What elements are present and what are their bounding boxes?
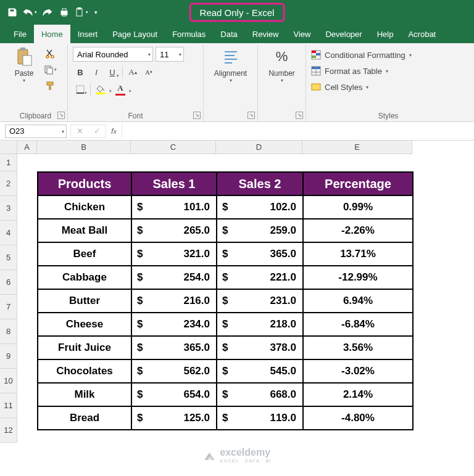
font-color-button[interactable]: A ▾ [113, 83, 128, 96]
row-header-3[interactable]: 3 [0, 196, 17, 221]
cell-product[interactable]: Chicken [38, 195, 131, 219]
font-name-combo[interactable]: Arial Rounded ▾ [73, 47, 153, 62]
increase-font-icon[interactable]: A▴ [125, 65, 140, 79]
row-header-8[interactable]: 8 [0, 319, 17, 344]
italic-button[interactable]: I [89, 65, 104, 79]
cell-product[interactable]: Beef [38, 242, 131, 266]
cell-sales2[interactable]: $231.0 [217, 289, 303, 313]
row-header-10[interactable]: 10 [0, 369, 17, 393]
enter-formula-icon[interactable]: ✓ [88, 125, 106, 138]
cell-sales2[interactable]: $365.0 [217, 242, 303, 266]
undo-icon[interactable]: ▾ [22, 5, 37, 20]
cell-sales1[interactable]: $654.0 [131, 383, 217, 406]
cell-sales2[interactable]: $378.0 [217, 336, 303, 359]
tab-developer[interactable]: Developer [318, 25, 369, 43]
cell-sales1[interactable]: $216.0 [131, 289, 217, 313]
fill-color-button[interactable]: ▾ [93, 83, 108, 96]
decrease-font-icon[interactable]: A▾ [141, 65, 156, 79]
font-size-combo[interactable]: 11 ▾ [156, 47, 184, 62]
alignment-launcher-icon[interactable]: ↘ [247, 112, 255, 119]
quick-print-icon[interactable] [57, 5, 72, 20]
cell-sales1[interactable]: $234.0 [131, 313, 217, 336]
cell-product[interactable]: Cabbage [38, 266, 131, 289]
paste-button[interactable]: Paste ▾ [9, 47, 40, 110]
underline-button[interactable]: U▾ [105, 65, 120, 79]
cell-sales2[interactable]: $545.0 [217, 359, 303, 383]
worksheet-grid[interactable]: ABCDE 123456789101112 ProductsSales 1Sal… [0, 141, 474, 476]
row-header-5[interactable]: 5 [0, 245, 17, 270]
cell-percentage[interactable]: 0.99% [303, 195, 413, 219]
cell-percentage[interactable]: 3.56% [303, 336, 413, 359]
cell-product[interactable]: Bread [38, 406, 131, 430]
save-icon[interactable] [5, 5, 20, 20]
tab-page-layout[interactable]: Page Layout [105, 25, 165, 43]
row-header-6[interactable]: 6 [0, 270, 17, 295]
font-launcher-icon[interactable]: ↘ [193, 112, 201, 119]
cell-product[interactable]: Cheese [38, 313, 131, 336]
cell-percentage[interactable]: -2.26% [303, 219, 413, 242]
column-header-C[interactable]: C [131, 141, 216, 154]
cell-sales2[interactable]: $218.0 [217, 313, 303, 336]
formula-input[interactable] [122, 125, 474, 138]
cut-icon[interactable] [43, 47, 57, 60]
cell-percentage[interactable]: -6.84% [303, 313, 413, 336]
cell-sales1[interactable]: $101.0 [131, 195, 217, 219]
tab-review[interactable]: Review [245, 25, 286, 43]
paste-dropdown-icon[interactable]: ▾ [74, 5, 89, 20]
cell-sales1[interactable]: $254.0 [131, 266, 217, 289]
tab-home[interactable]: Home [34, 25, 70, 43]
borders-button[interactable]: ▾ [73, 83, 88, 96]
row-header-1[interactable]: 1 [0, 154, 17, 171]
alignment-button[interactable]: Alignment ▾ [215, 47, 246, 120]
cell-sales1[interactable]: $265.0 [131, 219, 217, 242]
cell-product[interactable]: Milk [38, 383, 131, 406]
column-header-A[interactable]: A [17, 141, 37, 154]
tab-insert[interactable]: Insert [70, 25, 106, 43]
customize-qat-icon[interactable]: ▾ [91, 5, 100, 20]
cell-sales1[interactable]: $125.0 [131, 406, 217, 430]
cell-percentage[interactable]: 13.71% [303, 242, 413, 266]
tab-acrobat[interactable]: Acrobat [401, 25, 443, 43]
cell-sales1[interactable]: $562.0 [131, 359, 217, 383]
number-launcher-icon[interactable]: ↘ [296, 112, 303, 119]
cell-sales1[interactable]: $321.0 [131, 242, 217, 266]
column-header-B[interactable]: B [37, 141, 131, 154]
cell-product[interactable]: Fruit Juice [38, 336, 131, 359]
cell-sales2[interactable]: $259.0 [217, 219, 303, 242]
number-button[interactable]: % Number ▾ [267, 47, 297, 120]
fx-icon[interactable]: fx [106, 126, 122, 136]
cell-percentage[interactable]: 2.14% [303, 383, 413, 406]
clipboard-launcher-icon[interactable]: ↘ [57, 112, 65, 119]
tab-formulas[interactable]: Formulas [165, 25, 213, 43]
row-header-4[interactable]: 4 [0, 221, 17, 245]
cell-percentage[interactable]: -3.02% [303, 359, 413, 383]
cell-sales1[interactable]: $365.0 [131, 336, 217, 359]
cell-percentage[interactable]: -4.80% [303, 406, 413, 430]
cell-product[interactable]: Butter [38, 289, 131, 313]
column-header-E[interactable]: E [302, 141, 412, 154]
tab-data[interactable]: Data [213, 25, 244, 43]
cell-sales2[interactable]: $119.0 [217, 406, 303, 430]
row-header-9[interactable]: 9 [0, 344, 17, 369]
row-header-2[interactable]: 2 [0, 171, 17, 196]
row-header-12[interactable]: 12 [0, 418, 17, 443]
cancel-formula-icon[interactable]: ✕ [71, 125, 88, 138]
redo-icon[interactable] [40, 5, 54, 20]
cell-percentage[interactable]: -12.99% [303, 266, 413, 289]
cell-product[interactable]: Chocolates [38, 359, 131, 383]
conditional-formatting-button[interactable]: Conditional Formatting ▾ [311, 47, 465, 63]
tab-help[interactable]: Help [370, 25, 401, 43]
format-as-table-button[interactable]: Format as Table ▾ [311, 63, 465, 79]
cell-sales2[interactable]: $221.0 [217, 266, 303, 289]
row-header-7[interactable]: 7 [0, 295, 17, 319]
name-box[interactable]: O23 ▾ [5, 125, 67, 138]
copy-icon[interactable]: ▾ [43, 63, 57, 76]
format-painter-icon[interactable] [43, 79, 57, 92]
tab-view[interactable]: View [286, 25, 318, 43]
select-all-corner[interactable] [0, 141, 17, 154]
bold-button[interactable]: B [73, 65, 88, 79]
cell-sales2[interactable]: $668.0 [217, 383, 303, 406]
cell-percentage[interactable]: 6.94% [303, 289, 413, 313]
cell-sales2[interactable]: $102.0 [217, 195, 303, 219]
row-header-11[interactable]: 11 [0, 393, 17, 418]
